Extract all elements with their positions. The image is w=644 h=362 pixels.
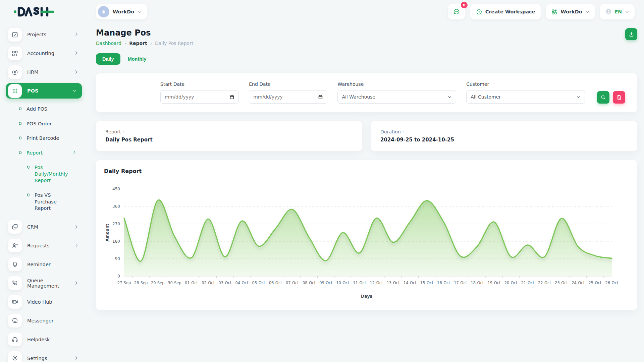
task-check-icon — [11, 31, 18, 38]
svg-text:360: 360 — [112, 204, 120, 209]
video-camera-icon — [11, 298, 18, 305]
chevron-right-icon — [74, 32, 79, 37]
sidebar-item-label: Video Hub — [27, 299, 87, 305]
customer-select[interactable]: All Customer — [466, 90, 585, 104]
submenu-item-pos-daily-monthly-report[interactable]: Pos Daily/Monthly Report — [6, 160, 87, 188]
warehouse-select[interactable]: All Warehouse — [337, 90, 456, 104]
tab-monthly[interactable]: Monthly — [128, 56, 147, 62]
start-date-text[interactable] — [165, 94, 229, 100]
calendar-icon[interactable] — [318, 95, 323, 100]
filter-card: Start Date End Date Warehouse All Wareho… — [96, 73, 637, 112]
workspace-switcher[interactable]: WorkDo — [546, 4, 595, 19]
sidebar-item-video-hub[interactable]: Video Hub — [6, 294, 87, 310]
sidebar-item-reminder[interactable]: Reminder — [6, 257, 87, 272]
report-submenu: Pos Daily/Monthly ReportPos VS Purchase … — [6, 160, 87, 216]
end-date-field: End Date — [249, 81, 327, 104]
submenu-item-pos-vs-purchase-report[interactable]: Pos VS Purchase Report — [6, 188, 87, 216]
svg-text:03-Oct: 03-Oct — [218, 281, 231, 285]
submenu-item-pos-order[interactable]: POS Order — [6, 117, 87, 131]
area-chart: 090180270360450Amount27-Sep28-Sep29-Sep3… — [104, 183, 629, 299]
summary-row: Report : Daily Pos Report Duration : 202… — [96, 121, 637, 151]
svg-text:11-Oct: 11-Oct — [353, 281, 366, 285]
sidebar-item-accounting[interactable]: Accounting — [6, 46, 87, 61]
dash-logo-icon — [13, 5, 54, 18]
reset-button[interactable] — [613, 91, 625, 104]
report-period-tabs: Daily Monthly — [96, 53, 637, 65]
bullet-icon — [18, 150, 22, 155]
submenu-item-print-barcode[interactable]: Print Barcode — [6, 131, 87, 146]
calendar-icon[interactable] — [229, 95, 234, 100]
bullet-icon — [18, 107, 22, 111]
sidebar-item-crm[interactable]: CRM — [6, 219, 87, 235]
sidebar-item-helpdesk[interactable]: Helpdesk — [6, 332, 87, 347]
focus-user-icon — [11, 69, 18, 76]
end-date-input[interactable] — [249, 90, 327, 104]
sidebar-item-queue-management[interactable]: Queue Management — [6, 276, 87, 291]
submenu-item-add-pos[interactable]: Add POS — [6, 102, 87, 117]
end-date-text[interactable] — [253, 94, 318, 100]
svg-text:16-Oct: 16-Oct — [437, 281, 450, 285]
messages-badge: 0 — [461, 2, 468, 8]
language-selector[interactable]: EN — [600, 4, 635, 19]
sidebar-item-requests[interactable]: Requests — [6, 238, 87, 253]
brand-logo[interactable] — [6, 0, 87, 23]
breadcrumb: Dashboard›Report›Daily Pos Report — [96, 41, 193, 46]
customer-field: Customer All Customer — [466, 81, 585, 104]
svg-text:09-Oct: 09-Oct — [319, 281, 332, 285]
svg-text:180: 180 — [112, 239, 120, 244]
breadcrumb-item-dashboard[interactable]: Dashboard — [96, 41, 121, 46]
start-date-label: Start Date — [160, 81, 239, 87]
sidebar-item-settings[interactable]: Settings — [6, 351, 87, 362]
chevron-right-icon — [74, 243, 79, 248]
chevron-right-icon — [74, 356, 79, 361]
search-icon — [600, 95, 606, 100]
sidebar-item-label: Messenger — [27, 318, 87, 323]
end-date-label: End Date — [249, 81, 327, 87]
workspace-switcher-label: WorkDo — [560, 9, 582, 14]
sidebar-item-label: CRM — [27, 224, 74, 230]
plus-circle-icon — [476, 9, 482, 15]
breadcrumb-item-report[interactable]: Report — [129, 41, 147, 46]
search-button[interactable] — [597, 91, 609, 104]
area-chart-canvas: 090180270360450Amount27-Sep28-Sep29-Sep3… — [104, 183, 629, 291]
submenu-item-report[interactable]: Report — [6, 146, 87, 161]
svg-text:450: 450 — [112, 187, 120, 191]
bell-icon — [11, 261, 18, 268]
svg-text:02-Oct: 02-Oct — [202, 281, 215, 285]
svg-text:23-Oct: 23-Oct — [555, 281, 568, 285]
workspace-avatar — [98, 6, 109, 17]
sidebar-item-label: Projects — [27, 32, 74, 37]
messages-button[interactable]: 0 — [448, 4, 465, 19]
warehouse-field: Warehouse All Warehouse — [337, 81, 456, 104]
breadcrumb-separator: › — [124, 41, 126, 46]
chevron-right-icon — [72, 150, 77, 155]
start-date-input[interactable] — [160, 90, 239, 104]
duration-value: 2024-09-25 to 2024-10-25 — [380, 137, 628, 143]
svg-text:13-Oct: 13-Oct — [387, 281, 400, 285]
sidebar-icon-box — [8, 65, 22, 79]
sidebar-item-projects[interactable]: Projects — [6, 27, 87, 42]
svg-text:06-Oct: 06-Oct — [269, 281, 282, 285]
sidebar-item-hrm[interactable]: HRM — [6, 64, 87, 80]
chevron-down-icon — [72, 88, 77, 94]
svg-text:01-Oct: 01-Oct — [185, 281, 198, 285]
sidebar-item-pos[interactable]: POS — [6, 83, 82, 99]
download-button[interactable] — [625, 28, 637, 40]
chevron-down-icon — [447, 95, 452, 99]
topbar: WorkDo 0 Create Workspace — [96, 0, 637, 23]
duration-summary-card: Duration : 2024-09-25 to 2024-10-25 — [371, 121, 637, 151]
chat-dots-icon — [453, 8, 460, 15]
create-workspace-button[interactable]: Create Workspace — [470, 4, 541, 19]
svg-text:07-Oct: 07-Oct — [286, 281, 299, 285]
svg-text:29-Sep: 29-Sep — [151, 281, 164, 285]
tab-daily[interactable]: Daily — [96, 53, 120, 65]
sidebar-item-messenger[interactable]: Messenger — [6, 313, 87, 328]
customer-label: Customer — [466, 81, 585, 87]
svg-text:28-Sep: 28-Sep — [134, 281, 148, 285]
svg-text:17-Oct: 17-Oct — [454, 281, 467, 285]
svg-text:90: 90 — [115, 256, 120, 261]
download-icon — [629, 32, 634, 37]
workspace-selector[interactable]: WorkDo — [96, 4, 147, 19]
svg-text:20-Oct: 20-Oct — [504, 281, 518, 285]
headphones-icon — [11, 336, 18, 343]
